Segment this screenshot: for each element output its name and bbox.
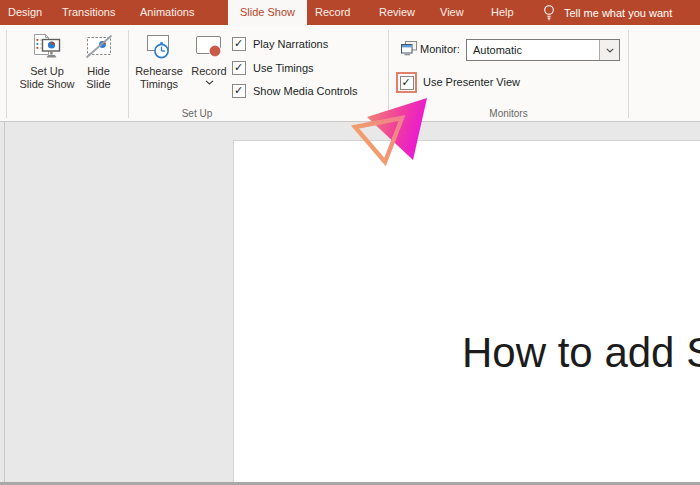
set-up-slide-show-icon xyxy=(33,33,61,61)
hide-slide-icon xyxy=(85,33,113,61)
use-presenter-view-checkbox[interactable] xyxy=(400,76,414,90)
use-presenter-view-label[interactable]: Use Presenter View xyxy=(423,76,520,88)
hide-slide-label: Hide Slide xyxy=(86,65,110,90)
tab-view[interactable]: View xyxy=(440,0,464,25)
tab-review[interactable]: Review xyxy=(379,0,415,25)
tab-help[interactable]: Help xyxy=(491,0,514,25)
monitor-dropdown-value: Automatic xyxy=(473,40,522,60)
thumbnail-pane-edge[interactable] xyxy=(4,122,5,482)
group-separator xyxy=(128,30,129,118)
tab-design[interactable]: Design xyxy=(8,0,42,25)
tab-record[interactable]: Record xyxy=(315,0,350,25)
checkbox-checked-icon xyxy=(232,61,246,75)
presenter-view-highlight xyxy=(396,72,417,93)
workspace: How to add Sp xyxy=(0,122,700,482)
record-icon xyxy=(195,33,223,61)
tab-slide-show[interactable]: Slide Show xyxy=(228,0,307,25)
set-up-slide-show-label: Set Up Slide Show xyxy=(19,65,74,90)
rehearse-timings-button[interactable]: Rehearse Timings xyxy=(131,28,187,119)
play-narrations-label: Play Narrations xyxy=(253,38,328,50)
tab-transitions[interactable]: Transitions xyxy=(62,0,115,25)
group-label-set-up: Set Up xyxy=(6,107,388,121)
ribbon-tab-bar: Design Transitions Animations Slide Show… xyxy=(0,0,700,25)
slide-title-text[interactable]: How to add Sp xyxy=(462,329,700,377)
lightbulb-icon xyxy=(543,4,555,21)
tell-me-search[interactable]: Tell me what you want xyxy=(543,0,700,25)
dropdown-arrow-button[interactable] xyxy=(599,40,619,60)
monitor-label: Monitor: xyxy=(420,42,460,57)
use-timings-label: Use Timings xyxy=(253,62,314,74)
rehearse-timings-icon xyxy=(145,33,173,61)
group-separator xyxy=(628,30,629,118)
monitor-dropdown[interactable]: Automatic xyxy=(466,39,620,61)
tell-me-label: Tell me what you want xyxy=(564,7,672,19)
group-separator xyxy=(6,30,7,118)
hide-slide-button[interactable]: Hide Slide xyxy=(76,28,121,119)
set-up-slide-show-button[interactable]: Set Up Slide Show xyxy=(17,28,77,119)
chevron-down-icon xyxy=(606,48,614,53)
chevron-down-icon[interactable] xyxy=(205,80,214,85)
checkbox-checked-icon xyxy=(232,84,246,98)
tab-animations[interactable]: Animations xyxy=(140,0,194,25)
play-narrations-checkbox[interactable]: Play Narrations xyxy=(232,36,328,52)
checkbox-checked-icon xyxy=(232,37,246,51)
show-media-controls-label: Show Media Controls xyxy=(253,85,358,97)
slide-canvas[interactable]: How to add Sp xyxy=(233,140,700,482)
monitor-icon xyxy=(401,41,417,56)
show-media-controls-checkbox[interactable]: Show Media Controls xyxy=(232,83,358,99)
record-label: Record xyxy=(191,65,226,78)
triangle-logo xyxy=(347,94,431,166)
use-timings-checkbox[interactable]: Use Timings xyxy=(232,60,314,76)
record-button[interactable]: Record xyxy=(186,28,232,119)
powerpoint-window: Design Transitions Animations Slide Show… xyxy=(0,0,700,485)
rehearse-timings-label: Rehearse Timings xyxy=(135,65,183,90)
